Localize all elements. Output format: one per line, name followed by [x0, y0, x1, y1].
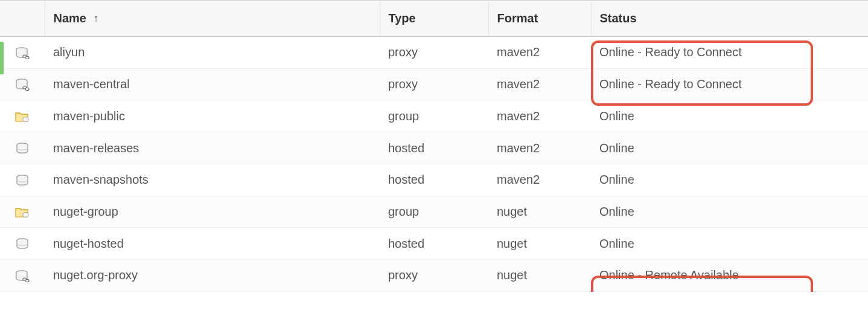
cell-name: maven-central [45, 68, 380, 100]
cell-name: maven-public [45, 100, 380, 132]
cell-format-text: nuget [497, 205, 527, 218]
column-header-format-label: Format [497, 11, 538, 25]
table-row[interactable]: maven-releaseshostedmaven2Online [0, 132, 868, 164]
cell-status-text: Online [599, 141, 634, 155]
cell-name: nuget-hosted [45, 228, 380, 260]
cell-type-text: hosted [388, 141, 424, 155]
column-header-icon[interactable] [0, 1, 45, 37]
cell-status-text: Online [599, 205, 634, 218]
row-icon-cell [0, 260, 45, 292]
cell-format: maven2 [488, 164, 591, 196]
table-header-row: Name ↑ Type Format Status [0, 1, 868, 37]
selection-accent-bar [0, 42, 4, 74]
cell-format: maven2 [488, 100, 591, 132]
column-header-name-label: Name [54, 11, 86, 25]
cell-status: Online - Ready to Connect [591, 37, 868, 69]
cell-format-text: maven2 [497, 45, 540, 59]
cell-status: Online [591, 164, 868, 196]
row-icon-cell [0, 68, 45, 100]
cell-type: hosted [380, 228, 488, 260]
row-icon-cell [0, 196, 45, 228]
cell-format-text: nuget [497, 268, 527, 282]
cell-status: Online [591, 196, 868, 228]
cell-format-text: maven2 [497, 141, 540, 155]
cell-status-text: Online - Remote Available [599, 268, 739, 282]
cell-name: maven-releases [45, 132, 380, 164]
cell-name-text: maven-central [53, 77, 130, 91]
hosted-icon [14, 174, 30, 187]
cell-name-text: aliyun [53, 45, 85, 59]
cell-status-text: Online [599, 237, 634, 250]
row-icon-cell [0, 37, 45, 69]
cell-type: hosted [380, 132, 488, 164]
cell-name-text: nuget-group [53, 205, 118, 218]
cell-name: aliyun [45, 37, 380, 69]
cell-status: Online - Ready to Connect [591, 68, 868, 100]
cell-name-text: maven-releases [53, 141, 139, 155]
cell-status: Online [591, 132, 868, 164]
cell-type-text: group [388, 109, 419, 123]
hosted-icon [14, 142, 30, 155]
table-row[interactable]: maven-centralproxymaven2Online - Ready t… [0, 68, 868, 100]
cell-status-text: Online - Ready to Connect [599, 45, 742, 59]
cell-format: nuget [488, 196, 591, 228]
cell-type: hosted [380, 164, 488, 196]
cell-format: maven2 [488, 37, 591, 69]
column-header-status-label: Status [600, 11, 637, 25]
cell-format: maven2 [488, 132, 591, 164]
cell-type-text: proxy [388, 45, 418, 59]
row-icon-cell [0, 164, 45, 196]
cell-status-text: Online - Ready to Connect [599, 77, 742, 91]
table-row[interactable]: nuget-hostedhostednugetOnline [0, 228, 868, 260]
column-header-type[interactable]: Type [380, 1, 488, 37]
cell-type: group [380, 100, 488, 132]
cell-status: Online [591, 228, 868, 260]
repositories-table: Name ↑ Type Format Status aliyunproxymav… [0, 0, 868, 292]
cell-name: nuget-group [45, 196, 380, 228]
cell-name-text: nuget-hosted [53, 237, 124, 250]
column-header-type-label: Type [389, 11, 416, 25]
table-row[interactable]: maven-snapshotshostedmaven2Online [0, 164, 868, 196]
cell-type-text: proxy [388, 77, 418, 91]
table-row[interactable]: maven-publicgroupmaven2Online [0, 100, 868, 132]
row-icon-cell [0, 100, 45, 132]
table-row[interactable]: nuget-groupgroupnugetOnline [0, 196, 868, 228]
repositories-table-container: Name ↑ Type Format Status aliyunproxymav… [0, 0, 868, 292]
column-header-status[interactable]: Status [591, 1, 868, 37]
cell-type: group [380, 196, 488, 228]
cell-format-text: nuget [497, 237, 527, 250]
cell-status: Online [591, 100, 868, 132]
group-icon [14, 205, 30, 219]
row-icon-cell [0, 228, 45, 260]
table-row[interactable]: aliyunproxymaven2Online - Ready to Conne… [0, 37, 868, 69]
row-icon-cell [0, 132, 45, 164]
cell-format-text: maven2 [497, 109, 540, 123]
table-row[interactable]: nuget.org-proxyproxynugetOnline - Remote… [0, 260, 868, 292]
cell-name: maven-snapshots [45, 164, 380, 196]
cell-type-text: hosted [388, 173, 424, 186]
cell-status-text: Online [599, 173, 634, 186]
cell-type: proxy [380, 260, 488, 292]
group-icon [14, 110, 30, 123]
cell-type: proxy [380, 37, 488, 69]
cell-name: nuget.org-proxy [45, 260, 380, 292]
cell-type-text: proxy [388, 268, 418, 282]
cell-format-text: maven2 [497, 77, 540, 91]
cell-status-text: Online [599, 109, 634, 123]
cell-format: maven2 [488, 68, 591, 100]
cell-type: proxy [380, 68, 488, 100]
cell-status: Online - Remote Available [591, 260, 868, 292]
cell-format-text: maven2 [497, 173, 540, 186]
cell-format: nuget [488, 260, 591, 292]
cell-format: nuget [488, 228, 591, 260]
proxy-icon [14, 47, 30, 60]
cell-type-text: hosted [388, 237, 424, 250]
sort-ascending-icon: ↑ [94, 12, 99, 25]
cell-type-text: group [388, 205, 419, 218]
hosted-icon [14, 237, 30, 251]
column-header-name[interactable]: Name ↑ [45, 1, 380, 37]
proxy-icon [14, 78, 30, 91]
column-header-format[interactable]: Format [488, 1, 591, 37]
cell-name-text: maven-public [53, 109, 125, 123]
cell-name-text: nuget.org-proxy [53, 268, 138, 282]
